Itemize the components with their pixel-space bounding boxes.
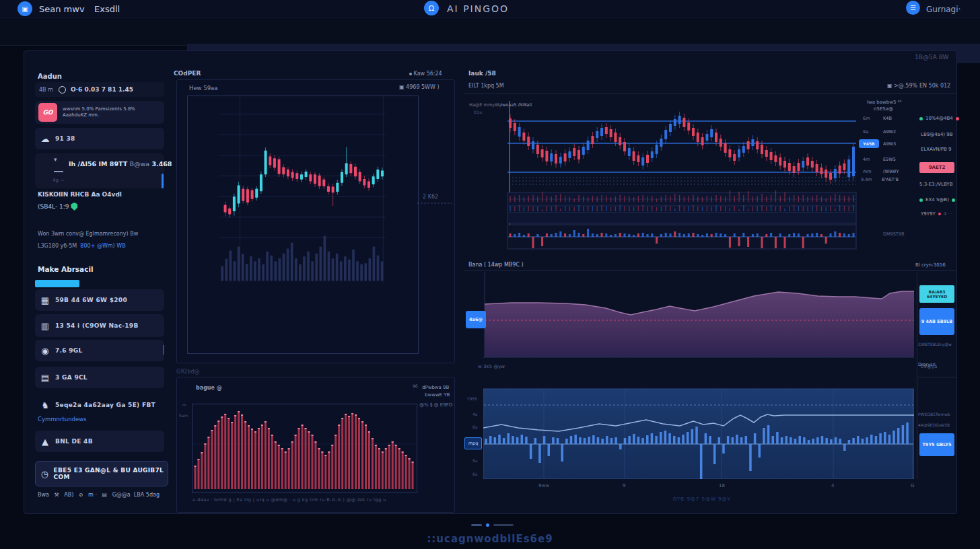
right-chart-meta2: EN 50k 012 [919,83,950,89]
sidebar-scrollbar[interactable] [162,174,164,188]
badges-text4: 4A@9EOGwk5B [918,423,950,427]
nav-link-exsdll[interactable]: Exsdll [94,4,120,14]
blue-ytick: 5a [473,458,478,463]
sidebar-section-header: Make Abrsacil [38,265,94,273]
calendar-icon: ▣ [399,84,405,90]
calculator-icon: ▦ [35,295,55,305]
badges-text1: CWBTEBLEry@w [918,342,952,346]
slash-icon[interactable]: ⊘ [79,492,83,498]
wrench-icon[interactable]: ⚒ [54,492,59,498]
osc-panel-label: G92bd@ [176,369,200,375]
sidebar-item-bank[interactable]: ▥ 13 54 i (C9OW Nac-19B [35,314,164,337]
scrollbar-tick [163,345,164,355]
card-icon[interactable]: ▤ [102,492,108,498]
price-badge: Y45B [859,139,879,148]
pager-dash[interactable] [471,524,482,526]
legend-item[interactable]: 10%4@4B4 [919,116,959,121]
center-logo-icon: Ω [424,1,439,15]
footer-text4: G@@a [112,492,131,498]
blue-action-badge2[interactable]: T9Y5 GBLY5 [919,433,954,456]
osc-toolbar-icons[interactable]: @% § @ E9FO [419,402,452,408]
cash-icon: ▤ [35,373,55,383]
blue-ytick: 4a [473,412,478,416]
footer-text2: AB) [64,492,73,498]
right-chart-subtitle: EILT 1kpq 5M [468,83,504,89]
bank-icon: ▥ [35,321,55,331]
blue-xtick: 4 [831,483,834,488]
legend-pink-badge[interactable]: 9AET2 [919,162,954,173]
sidebar-stats-row[interactable]: 4B m O·6 0.03 7 81 1.45 [35,82,164,97]
sidebar-item-label: 3 GA 9CL [55,374,88,381]
price-label: 2 K62 [423,194,438,200]
footer-text1: Bwa [38,492,49,498]
right-chart-title: Iauk /58 [468,70,496,77]
blue-ytick: Y955 [467,396,477,401]
divider [464,270,956,271]
sidebar-item-label: EBE5 E3 GAN@L & BU AUGIB7L COM [54,467,168,480]
osc-bar-chart[interactable] [192,404,416,492]
sidebar-link[interactable]: Cymmnrtundews [38,416,87,423]
account-label[interactable]: Gurnagi· [926,5,960,14]
dash-icon [54,171,63,172]
pink-dot-icon [956,117,959,120]
area-chart[interactable] [483,272,914,358]
price-val: A9W3 [883,141,896,147]
blue-xtick: G [911,483,914,488]
legend-item[interactable]: LB9@4a4) 9B [921,132,953,137]
sidebar-item-image[interactable]: ▲ BNL DE 4B [35,431,164,452]
sidebar-item-label: 7.6 9GL [55,347,83,354]
legend-item[interactable]: 5.3-E3:/VLBYB [919,182,952,187]
account-value: 3.468 [151,160,172,168]
blue-left-badge[interactable]: mpq [464,437,482,449]
main-chart-title: COdPER [174,70,201,77]
cyan-action-badge[interactable]: BA/AB3 64YEYED [919,285,954,303]
main-candlestick-chart[interactable] [187,96,417,353]
main-chart-subtitle: Hew 59aa [189,85,218,92]
sidebar-header: Aadun [38,73,62,80]
main-chart-status: Kaw 56:24 [409,71,442,77]
green-dot-icon [952,198,955,202]
sidebar-item-calculator[interactable]: ▦ 59B 44 6W 6W $200 [35,289,164,311]
brand-name[interactable]: Sean mwv [39,4,85,14]
right-axis-left2: EDa [474,110,482,114]
legend-item[interactable]: Y9Y9Y 4 · · [921,211,952,217]
right-candlestick-chart[interactable] [506,100,858,252]
wallet-icon[interactable]: ☰ [906,1,920,15]
green-dot-icon [919,117,923,120]
price-val: (W9WY [883,169,899,174]
image-icon: ▲ [35,437,55,447]
pager-dot-active[interactable] [486,523,489,527]
divider [917,272,917,479]
corner-note: 1B@5A BW [915,54,948,61]
sidebar-item-power[interactable]: ◉ 7.6 9GL [35,340,164,361]
divider [464,93,956,94]
blue-action-badge[interactable]: 9 4AB EB9LB [919,308,954,335]
target-icon [59,86,66,94]
sidebar-line4: L3G180 y6-5M 800+ @Wm) WB [38,243,126,249]
sidebar-item-featured[interactable]: ◷ EBE5 E3 GAN@L & BU AUGIB7L COM [35,461,168,486]
main-chart-toolbar[interactable]: ▣ 4969 5WW ) [399,84,440,90]
stats-values: O·6 0.03 7 81 1.45 [71,86,133,93]
price-val: A9W2 [883,129,896,135]
sidebar-account-block[interactable]: ▾ Ih /AI56 IM 89TT B@wa 3.468 4g — [35,153,164,188]
sidebar-item-horse[interactable]: ♞ 5eqe2a 4a62aay Ga 5E) FBT [35,396,164,414]
sidebar-item-cloud[interactable]: ☁ 91 38 [35,128,164,149]
chevron-down-icon[interactable]: ▾ [54,156,57,163]
blue-xtick: 9ww [538,483,549,488]
sidebar-link-inline[interactable]: 800+ @Wm) WB [80,243,125,249]
sidebar-promo[interactable]: GO wwsnm 5.0% Pamsizents 5.8% AaahduKZ m… [35,101,164,124]
legend-item[interactable]: ELXAVN/PB 9 [921,147,952,152]
promo-line1: wwsnm 5.0% Pamsizents 5.8% [63,106,135,112]
blue-bar-chart[interactable] [483,388,914,479]
sidebar-item-label: BNL DE 4B [55,438,93,445]
shield-icon [71,203,77,211]
trading-dashboard: ▣ Sean mwv Exsdll Ω AI PINGOO ☰ Gurnagi·… [0,0,980,549]
right-chart-meta1[interactable]: ▣ >@.59% [887,83,917,89]
brand-logo-icon[interactable]: ▣ [18,1,32,16]
area-left-badge[interactable]: 4a6@ [466,311,486,328]
pager-dash[interactable] [493,524,514,526]
legend-item[interactable]: EX4 5@B) [919,197,955,203]
sidebar-item-cash[interactable]: ▤ 3 GA 9CL [35,367,164,388]
osc-xaxis-labels: u-d4av · brmd g | Ea trg | urq u @dm@ · … [193,497,439,503]
promo-line2: AaahduKZ mm. [63,112,99,118]
